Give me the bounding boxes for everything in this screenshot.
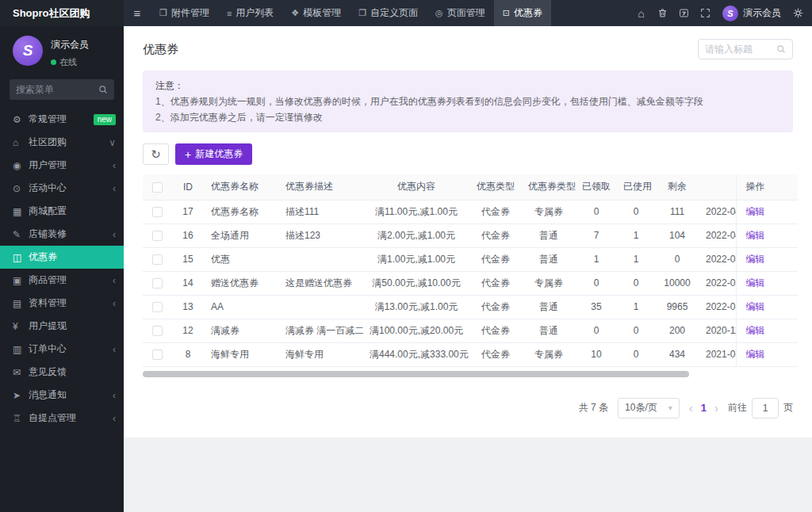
cell-used: 1 — [617, 295, 655, 319]
sidebar-item-shop-design[interactable]: ✎ 店铺装修 ‹ — [0, 223, 124, 246]
row-checkbox[interactable] — [152, 326, 163, 336]
scrollbar-thumb[interactable] — [143, 371, 689, 377]
user-avatar: S — [722, 6, 738, 21]
sidebar-item-pickup-mgmt[interactable]: ♖ 自提点管理 ‹ — [0, 407, 124, 430]
table-row[interactable]: 13 AA 满13.00元,减1.00元 代金券 普通 35 1 9965 20… — [143, 295, 798, 319]
sidebar-menu: ⚙ 常规管理 new ⌂ 社区团购 ∨ ◉ 用户管理 ‹ ⊙ 活动中心 ‹ ▦ … — [0, 108, 124, 430]
row-checkbox[interactable] — [152, 302, 163, 312]
page-size-value: 10条/页 — [625, 401, 657, 415]
search-icon — [98, 85, 108, 94]
prev-page-button[interactable]: ‹ — [689, 402, 693, 414]
menu-search-input[interactable] — [16, 84, 98, 95]
edit-link[interactable]: 编辑 — [746, 206, 765, 217]
cell-used: 0 — [617, 342, 655, 366]
sidebar-item-feedback[interactable]: ✉ 意见反馈 — [0, 361, 124, 384]
trash-icon[interactable] — [652, 0, 673, 26]
edit-link[interactable]: 编辑 — [746, 277, 765, 288]
language-icon[interactable] — [673, 0, 695, 26]
sidebar-item-goods-mgmt[interactable]: ▣ 商品管理 ‹ — [0, 269, 124, 292]
sidebar-user-panel: S 演示会员 在线 — [0, 26, 124, 75]
chevron-left-icon: ‹ — [113, 160, 116, 171]
sidebar-item-material-mgmt[interactable]: ▤ 资料管理 ‹ — [0, 292, 124, 315]
cell-desc: 满减券 满一百减二十 — [279, 319, 363, 342]
row-checkbox[interactable] — [152, 254, 163, 265]
table-row[interactable]: 12 满减券 满减券 满一百减二十 满100.00元,减20.00元 代金券 普… — [143, 319, 798, 342]
page-icon: ◎ — [435, 8, 443, 18]
tab-coupon[interactable]: ⊡ 优惠券 — [494, 0, 551, 26]
topbar-tabs: ❒ 附件管理 ≡ 用户列表 ❖ 模板管理 ❐ 自定义页面 ◎ 页面管理 ⊡ 优惠… — [151, 0, 551, 26]
chevron-left-icon: ‹ — [113, 298, 116, 309]
edit-link[interactable]: 编辑 — [746, 325, 765, 336]
page-size-select[interactable]: 10条/页 ▾ — [618, 398, 680, 418]
table-row[interactable]: 8 海鲜专用 海鲜专用 满444.00元,减333.00元 代金券 专属券 10… — [143, 342, 798, 366]
cell-date: 2021-07 — [699, 342, 736, 366]
topbar-user-menu[interactable]: S 演示会员 — [716, 6, 787, 21]
tab-page-mgmt[interactable]: ◎ 页面管理 — [427, 0, 494, 26]
tab-user-list[interactable]: ≡ 用户列表 — [218, 0, 282, 26]
cell-content: 满100.00元,减20.00元 — [363, 319, 469, 342]
hamburger-icon[interactable]: ≡ — [124, 0, 151, 26]
sidebar-item-withdraw[interactable]: ¥ 用户提现 — [0, 315, 124, 338]
cell-received: 7 — [576, 224, 617, 247]
sidebar-item-general-mgmt[interactable]: ⚙ 常规管理 new — [0, 108, 124, 131]
row-checkbox[interactable] — [152, 278, 163, 288]
cell-id: 8 — [171, 342, 205, 366]
select-all-checkbox[interactable] — [152, 182, 163, 193]
coupon-table: ID 优惠券名称 优惠券描述 优惠内容 优惠类型 优惠券类型 已领取 已使用 剩… — [143, 174, 793, 377]
sidebar-item-order-center[interactable]: ▥ 订单中心 ‹ — [0, 338, 124, 361]
pager: ‹ 1 › — [689, 402, 718, 414]
col-content: 优惠内容 — [363, 174, 469, 200]
sidebar-item-notification[interactable]: ➤ 消息通知 ‹ — [0, 384, 124, 407]
cell-name: 赠送优惠券 — [205, 271, 279, 295]
sidebar-item-mall-config[interactable]: ▦ 商城配置 — [0, 200, 124, 223]
cell-used: 0 — [617, 200, 655, 224]
sidebar-item-coupon[interactable]: ◫ 优惠券 — [0, 246, 124, 269]
edit-link[interactable]: 编辑 — [746, 349, 765, 360]
refresh-button[interactable]: ↻ — [143, 143, 169, 165]
caret-down-icon: ▾ — [668, 403, 672, 412]
cell-name: 优惠 — [205, 247, 279, 271]
row-checkbox[interactable] — [152, 207, 163, 217]
cell-coupon-type: 普通 — [522, 224, 576, 247]
table-row[interactable]: 15 优惠 满1.00元,减1.00元 代金券 普通 1 1 0 2022-03… — [143, 247, 798, 271]
tab-label: 附件管理 — [171, 6, 209, 20]
sidebar-item-label: 活动中心 — [29, 181, 113, 195]
app-logo[interactable]: Shopro社区团购 — [0, 0, 124, 26]
tab-attachment-mgmt[interactable]: ❒ 附件管理 — [151, 0, 218, 26]
fullscreen-icon[interactable] — [695, 0, 716, 26]
sidebar-item-label: 常规管理 — [29, 113, 94, 126]
table-row[interactable]: 16 全场通用 描述123 满2.00元,减1.00元 代金券 普通 7 1 1… — [143, 224, 798, 247]
goto-suffix: 页 — [783, 401, 793, 415]
sidebar: Shopro社区团购 S 演示会员 在线 ⚙ 常规管理 new ⌂ 社区团购 ∨… — [0, 0, 124, 512]
edit-link[interactable]: 编辑 — [746, 301, 765, 312]
next-page-button[interactable]: › — [714, 402, 718, 414]
home-icon[interactable]: ⌂ — [630, 0, 652, 26]
settings-gear-icon[interactable] — [787, 0, 809, 26]
topbar: ≡ ❒ 附件管理 ≡ 用户列表 ❖ 模板管理 ❐ 自定义页面 ◎ 页面管理 ⊡ … — [124, 0, 812, 26]
notice-title: 注意： — [155, 78, 780, 94]
row-checkbox[interactable] — [152, 231, 163, 241]
sidebar-item-user-mgmt[interactable]: ◉ 用户管理 ‹ — [0, 154, 124, 177]
current-page[interactable]: 1 — [701, 402, 707, 414]
edit-link[interactable]: 编辑 — [746, 254, 765, 265]
cell-remain: 434 — [655, 342, 699, 366]
cell-desc: 描述111 — [279, 200, 363, 224]
row-checkbox[interactable] — [152, 350, 163, 360]
sidebar-item-label: 资料管理 — [29, 296, 113, 310]
tab-template-mgmt[interactable]: ❖ 模板管理 — [282, 0, 350, 26]
tab-label: 用户列表 — [236, 6, 274, 20]
table-row[interactable]: 14 赠送优惠券 这是赠送优惠券 满50.00元,减10.00元 代金券 专属券… — [143, 271, 798, 295]
cell-coupon-type: 专属券 — [522, 342, 576, 366]
table-row[interactable]: 17 优惠券名称 描述111 满11.00元,减1.00元 代金券 专属券 0 … — [143, 200, 798, 224]
notice-box: 注意： 1、优惠券规则为统一规则，当修改优惠券的时候，用户在我的优惠券列表看到的… — [143, 71, 793, 132]
edit-link[interactable]: 编辑 — [746, 230, 765, 241]
tab-custom-page[interactable]: ❐ 自定义页面 — [350, 0, 427, 26]
chevron-left-icon: ‹ — [113, 183, 116, 194]
cell-type: 代金券 — [469, 247, 522, 271]
sidebar-item-activity-center[interactable]: ⊙ 活动中心 ‹ — [0, 177, 124, 200]
cell-name: AA — [205, 295, 279, 319]
title-search-input[interactable] — [705, 44, 776, 55]
sidebar-item-community-group[interactable]: ⌂ 社区团购 ∨ — [0, 131, 124, 154]
goto-page-input[interactable] — [752, 398, 779, 418]
new-coupon-button[interactable]: + 新建优惠券 — [175, 143, 252, 165]
